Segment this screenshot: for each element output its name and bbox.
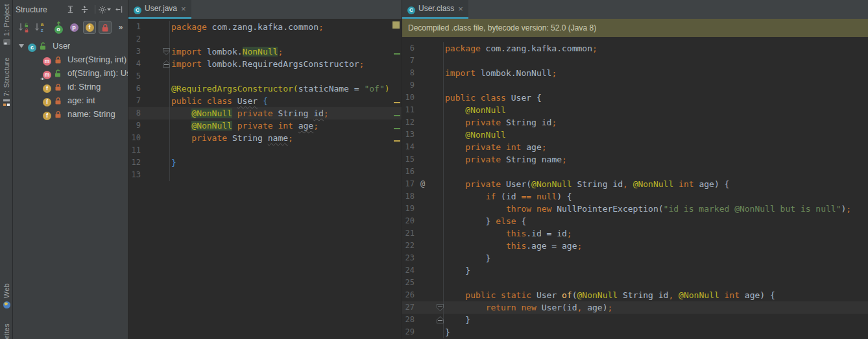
annotation-gutter-icon[interactable]: @ (420, 178, 425, 190)
code-line[interactable]: 17@ private User(@NonNull String id, @No… (402, 178, 868, 190)
gutter[interactable]: 6 (128, 82, 170, 95)
gutter[interactable]: 20 (402, 215, 444, 227)
code-line[interactable]: 10public class User { (402, 92, 868, 104)
show-properties-icon[interactable]: p (67, 21, 80, 34)
code-line[interactable]: 4import lombok.RequiredArgsConstructor; (128, 58, 402, 70)
code-line[interactable]: 7 (402, 55, 868, 67)
gutter[interactable]: 8 (128, 107, 170, 119)
code-line[interactable]: 29} (402, 326, 868, 338)
show-non-public-icon[interactable] (99, 21, 112, 34)
code-line[interactable]: 9 @NonNull private int age; (128, 119, 402, 132)
tree-node[interactable]: mof(String, int): User (13, 66, 128, 80)
show-fields-icon[interactable]: f (83, 21, 96, 34)
tree-node[interactable]: fname: String (13, 107, 128, 121)
gutter[interactable]: 6 (402, 42, 444, 55)
tool-window-button-favorites[interactable]: 2: Favorites (0, 323, 13, 339)
show-inherited-icon[interactable]: o (52, 21, 65, 34)
code-line[interactable]: 2 (128, 33, 402, 45)
code-line[interactable]: 5 (128, 70, 402, 82)
tool-window-button-project[interactable]: 1: Project (0, 4, 13, 46)
gutter[interactable]: 12 (128, 157, 170, 169)
code-area[interactable]: 6package com.zang.kafka.common;78import … (402, 37, 868, 339)
gutter[interactable]: 12 (402, 116, 444, 129)
error-stripe-mark[interactable] (394, 115, 400, 116)
hide-panel-icon[interactable] (114, 5, 124, 15)
error-stripe-mark[interactable] (394, 128, 400, 129)
code-line[interactable]: 27 return new User(id, age); (402, 301, 868, 314)
gutter[interactable]: 26 (402, 289, 444, 301)
tab-user-class[interactable]: C User.class × (402, 0, 468, 19)
tab-user-java[interactable]: C User.java × (128, 0, 191, 19)
code-line[interactable]: 24 } (402, 264, 868, 277)
gutter[interactable]: 29 (402, 326, 444, 338)
error-stripe-mark[interactable] (394, 53, 400, 55)
code-line[interactable]: 10 private String name; (128, 132, 402, 144)
gutter[interactable]: 10 (402, 92, 444, 104)
more-icon[interactable]: » (114, 21, 127, 34)
gutter[interactable]: 11 (128, 144, 170, 157)
code-line[interactable]: 6package com.zang.kafka.common; (402, 42, 868, 55)
code-line[interactable]: 20 } else { (402, 215, 868, 227)
close-icon[interactable]: × (180, 5, 187, 13)
gutter[interactable]: 10 (128, 132, 170, 144)
code-line[interactable]: 14 private int age; (402, 141, 868, 153)
code-line[interactable]: 18 if (id == null) { (402, 190, 868, 203)
tree-node[interactable]: fid: String (13, 80, 128, 94)
gutter[interactable]: 13 (402, 129, 444, 141)
collapse-all-icon[interactable] (79, 5, 90, 15)
code-line[interactable]: 12} (128, 157, 402, 169)
gutter[interactable]: 25 (402, 277, 444, 289)
code-line[interactable]: 1package com.zang.kafka.common; (128, 21, 402, 33)
gutter[interactable]: 14 (402, 141, 444, 153)
gutter[interactable]: 1 (128, 21, 170, 33)
code-line[interactable]: 13 @NonNull (402, 129, 868, 141)
gutter[interactable]: 23 (402, 252, 444, 264)
code-line[interactable]: 6@RequiredArgsConstructor(staticName = "… (128, 82, 402, 95)
fold-down-icon[interactable] (163, 48, 170, 55)
code-line[interactable]: 8import lombok.NonNull; (402, 67, 868, 79)
gutter[interactable]: 13 (128, 169, 170, 181)
gutter[interactable]: 17@ (402, 178, 444, 190)
gutter[interactable]: 11 (402, 104, 444, 116)
gutter[interactable]: 18 (402, 190, 444, 203)
gutter[interactable]: 27 (402, 301, 444, 314)
code-line[interactable]: 9 (402, 79, 868, 92)
code-area[interactable]: 1package com.zang.kafka.common;23import … (128, 19, 402, 339)
gutter[interactable]: 16 (402, 166, 444, 178)
close-icon[interactable]: × (457, 5, 464, 13)
tool-window-button-structure[interactable]: 7: Structure (0, 57, 13, 107)
code-line[interactable]: 13 (128, 169, 402, 181)
code-line[interactable]: 22 this.age = age; (402, 240, 868, 252)
error-stripe-mark[interactable] (394, 102, 400, 103)
tool-window-button-web[interactable]: Web (0, 283, 13, 309)
gutter[interactable]: 28 (402, 314, 444, 326)
gutter[interactable]: 4 (128, 58, 170, 70)
code-line[interactable]: 21 this.id = id; (402, 227, 868, 240)
gutter[interactable]: 21 (402, 227, 444, 240)
gutter[interactable]: 9 (402, 79, 444, 92)
code-line[interactable]: 23 } (402, 252, 868, 264)
expand-triangle-icon[interactable] (19, 44, 24, 48)
gutter[interactable]: 9 (128, 119, 170, 132)
gutter[interactable]: 7 (402, 55, 444, 67)
inspections-status-square[interactable] (392, 21, 400, 29)
code-line[interactable]: 11 (128, 144, 402, 157)
gutter[interactable]: 8 (402, 67, 444, 79)
expand-all-icon[interactable] (65, 5, 75, 15)
sort-alphabetically-icon[interactable]: az (32, 21, 45, 34)
code-line[interactable]: 26 public static User of(@NonNull String… (402, 289, 868, 301)
gutter[interactable]: 7 (128, 95, 170, 107)
fold-up-icon[interactable] (163, 60, 170, 68)
fold-up-icon[interactable] (437, 316, 444, 323)
code-line[interactable]: 16 (402, 166, 868, 178)
settings-icon[interactable] (99, 5, 110, 15)
gutter[interactable]: 24 (402, 264, 444, 277)
code-line[interactable]: 11 @NonNull (402, 104, 868, 116)
fold-down-icon[interactable] (437, 304, 444, 311)
code-line[interactable]: 12 private String id; (402, 116, 868, 129)
code-line[interactable]: 19 throw new NullPointerException("id is… (402, 203, 868, 215)
gutter[interactable]: 19 (402, 203, 444, 215)
sort-by-visibility-icon[interactable] (17, 21, 30, 34)
code-line[interactable]: 25 (402, 277, 868, 289)
code-line[interactable]: 15 private String name; (402, 153, 868, 166)
